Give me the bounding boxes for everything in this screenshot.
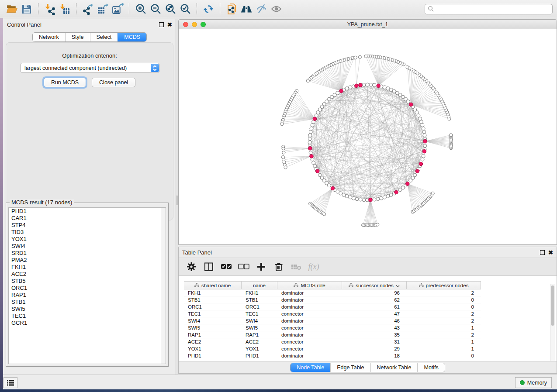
network-node[interactable] bbox=[369, 83, 373, 86]
mcds-node[interactable] bbox=[308, 146, 312, 150]
tab-network[interactable]: Network bbox=[33, 33, 65, 41]
mcds-result-item[interactable]: TID3 bbox=[9, 229, 166, 236]
network-node[interactable] bbox=[327, 184, 331, 187]
network-node[interactable] bbox=[308, 134, 312, 137]
table-cell[interactable]: ORC1 bbox=[242, 303, 277, 310]
table-row[interactable]: STB1STB1dominator620 bbox=[184, 296, 481, 303]
network-node[interactable] bbox=[345, 87, 349, 90]
network-node[interactable] bbox=[308, 141, 311, 144]
table-row[interactable]: FKH1FKH1dominator962 bbox=[184, 289, 481, 296]
table-cell[interactable]: ACE2 bbox=[184, 338, 242, 345]
scrollbar-thumb[interactable] bbox=[551, 285, 554, 326]
column-header-MCDS-role[interactable]: MCDS role bbox=[277, 282, 342, 289]
search-input[interactable] bbox=[434, 6, 550, 12]
import-table-icon[interactable] bbox=[57, 2, 72, 17]
mcds-result-item[interactable]: TEC1 bbox=[9, 313, 166, 320]
network-node[interactable] bbox=[284, 166, 287, 169]
network-node[interactable] bbox=[422, 130, 426, 134]
search-box[interactable] bbox=[425, 4, 553, 14]
network-node[interactable] bbox=[323, 213, 326, 216]
find-binoculars-icon[interactable] bbox=[239, 2, 254, 17]
table-cell[interactable]: 0 bbox=[407, 296, 481, 303]
column-header-predecessor-nodes[interactable]: predecessor nodes bbox=[407, 282, 481, 289]
network-node[interactable] bbox=[373, 83, 376, 87]
mcds-node[interactable] bbox=[359, 83, 363, 87]
table-cell[interactable]: dominator bbox=[277, 303, 342, 310]
network-node[interactable] bbox=[354, 56, 357, 59]
network-window-titlebar[interactable]: YPA_prune.txt_1 bbox=[179, 20, 557, 29]
column-header-name[interactable]: name bbox=[242, 282, 277, 289]
table-row[interactable]: YOX1YOX1connector291 bbox=[184, 345, 481, 352]
network-node[interactable] bbox=[386, 87, 390, 90]
table-scrollbar[interactable] bbox=[550, 284, 555, 362]
add-column-icon[interactable] bbox=[256, 261, 267, 272]
mcds-node[interactable] bbox=[315, 169, 319, 173]
float-panel-icon[interactable] bbox=[540, 250, 545, 255]
mcds-node[interactable] bbox=[339, 89, 343, 93]
table-cell[interactable]: FKH1 bbox=[242, 289, 277, 296]
network-graph[interactable] bbox=[179, 29, 557, 244]
table-row[interactable]: ACE2ACE2connector311 bbox=[184, 338, 481, 345]
mcds-result-item[interactable]: CAR1 bbox=[9, 215, 166, 222]
network-node[interactable] bbox=[406, 65, 409, 69]
table-cell[interactable]: ORC1 bbox=[184, 303, 242, 310]
network-node[interactable] bbox=[315, 114, 318, 117]
mcds-result-item[interactable]: SWI4 bbox=[9, 243, 166, 250]
table-cell[interactable]: dominator bbox=[277, 352, 342, 359]
network-node[interactable] bbox=[362, 83, 366, 86]
network-node[interactable] bbox=[422, 127, 425, 130]
table-cell[interactable]: TEC1 bbox=[184, 310, 242, 317]
table-cell[interactable]: PHD1 bbox=[242, 352, 277, 359]
column-header-shared-name[interactable]: shared name bbox=[184, 282, 242, 289]
table-cell[interactable]: RAP1 bbox=[184, 331, 242, 338]
table-cell[interactable]: 0 bbox=[407, 352, 481, 359]
mcds-node[interactable] bbox=[377, 84, 381, 88]
column-header-successor-nodes[interactable]: successor nodes bbox=[342, 282, 407, 289]
mcds-node[interactable] bbox=[313, 117, 317, 121]
network-node[interactable] bbox=[309, 130, 312, 134]
network-node[interactable] bbox=[309, 151, 312, 155]
tab-style[interactable]: Style bbox=[65, 33, 90, 41]
mcds-result-item[interactable]: ORC1 bbox=[9, 285, 166, 292]
table-cell[interactable]: 61 bbox=[342, 303, 407, 310]
table-cell[interactable]: PHD1 bbox=[184, 352, 242, 359]
tab-node-table[interactable]: Node Table bbox=[291, 363, 330, 372]
node-table[interactable]: shared namenameMCDS rolesuccessor nodesp… bbox=[179, 276, 557, 362]
close-panel-icon[interactable]: ✖ bbox=[548, 250, 553, 255]
network-node[interactable] bbox=[306, 79, 309, 82]
table-cell[interactable]: 2 bbox=[407, 317, 481, 324]
share-document-icon[interactable] bbox=[224, 2, 239, 17]
table-row[interactable]: SWI5SWI5connector431 bbox=[184, 324, 481, 331]
network-node[interactable] bbox=[364, 55, 367, 58]
table-cell[interactable]: 47 bbox=[342, 310, 407, 317]
network-node[interactable] bbox=[383, 196, 386, 199]
network-node[interactable] bbox=[282, 151, 285, 154]
mcds-node[interactable] bbox=[331, 186, 335, 190]
zoom-selected-icon[interactable] bbox=[178, 2, 193, 17]
table-cell[interactable]: 1 bbox=[407, 338, 481, 345]
network-node[interactable] bbox=[431, 192, 434, 195]
open-folder-icon[interactable] bbox=[4, 2, 19, 17]
table-cell[interactable]: 96 bbox=[342, 289, 407, 296]
network-canvas[interactable] bbox=[179, 29, 557, 244]
save-icon[interactable] bbox=[19, 2, 34, 17]
network-node[interactable] bbox=[366, 83, 369, 86]
table-cell[interactable]: SWI4 bbox=[242, 317, 277, 324]
mcds-result-item[interactable]: STB1 bbox=[9, 299, 166, 306]
close-panel-icon[interactable]: ✖ bbox=[167, 22, 172, 27]
table-cell[interactable]: dominator bbox=[277, 296, 342, 303]
import-network-icon[interactable] bbox=[42, 2, 57, 17]
table-cell[interactable]: 43 bbox=[342, 324, 407, 331]
mcds-result-item[interactable]: GCR1 bbox=[9, 320, 166, 327]
splitter-grip[interactable] bbox=[176, 196, 178, 205]
table-row[interactable]: ORC1ORC1dominator610 bbox=[184, 303, 481, 310]
network-node[interactable] bbox=[380, 196, 383, 200]
network-node[interactable] bbox=[423, 134, 426, 137]
zoom-in-icon[interactable] bbox=[133, 2, 148, 17]
mcds-result-item[interactable]: SWI5 bbox=[9, 306, 166, 313]
mcds-node[interactable] bbox=[422, 149, 426, 153]
network-node[interactable] bbox=[419, 120, 423, 124]
optimization-criterion-select[interactable]: largest connected component (undirected) bbox=[20, 63, 160, 73]
network-node[interactable] bbox=[386, 194, 390, 198]
close-panel-button[interactable]: Close panel bbox=[92, 78, 135, 87]
